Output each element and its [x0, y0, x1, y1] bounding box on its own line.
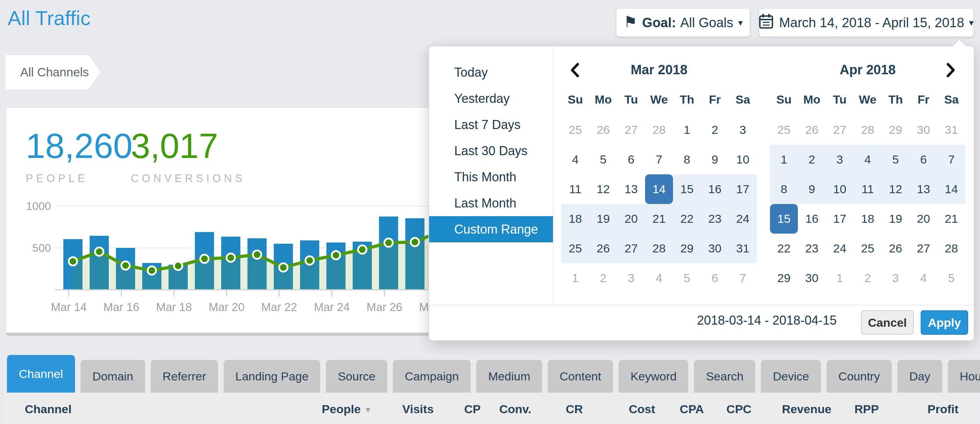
calendar-day[interactable]: 28: [937, 233, 965, 263]
calendar-day[interactable]: 29: [881, 115, 910, 145]
calendar-day[interactable]: 19: [589, 204, 617, 233]
calendar-day[interactable]: 9: [798, 174, 826, 204]
calendar-day[interactable]: 16: [701, 174, 729, 204]
calendar-day[interactable]: 22: [673, 204, 701, 233]
calendar-day[interactable]: 7: [729, 263, 757, 293]
calendar-day[interactable]: 2: [701, 115, 729, 145]
preset-today[interactable]: Today: [429, 59, 553, 86]
tab-content[interactable]: Content: [548, 360, 613, 392]
calendar-day[interactable]: 27: [617, 233, 645, 263]
calendar-day[interactable]: 6: [701, 263, 729, 293]
calendar-day[interactable]: 14: [645, 174, 673, 204]
column-header-cr[interactable]: CR: [566, 402, 582, 416]
calendar-day[interactable]: 6: [617, 145, 645, 174]
apply-button[interactable]: Apply: [921, 310, 968, 335]
calendar-day[interactable]: 9: [701, 145, 729, 174]
calendar-day[interactable]: 11: [562, 174, 589, 204]
calendar-day[interactable]: 20: [617, 204, 645, 233]
tab-channel[interactable]: Channel: [7, 355, 75, 392]
preset-last-month[interactable]: Last Month: [429, 190, 553, 216]
calendar-day[interactable]: 28: [854, 115, 881, 145]
calendar-day[interactable]: 1: [673, 115, 701, 145]
calendar-day[interactable]: 22: [770, 233, 798, 263]
tab-source[interactable]: Source: [326, 360, 387, 392]
preset-custom-range[interactable]: Custom Range: [429, 216, 553, 242]
calendar-day[interactable]: 27: [826, 115, 854, 145]
tab-domain[interactable]: Domain: [81, 360, 145, 392]
calendar-day[interactable]: 3: [617, 263, 645, 293]
column-header-conv[interactable]: Conv.: [499, 402, 531, 416]
calendar-day[interactable]: 14: [937, 174, 965, 204]
calendar-day[interactable]: 7: [937, 145, 965, 174]
calendar-day[interactable]: 30: [798, 263, 826, 293]
calendar-day[interactable]: 18: [562, 204, 589, 233]
calendar-day[interactable]: 29: [673, 233, 701, 263]
calendar-day[interactable]: 4: [645, 263, 673, 293]
calendar-day[interactable]: 2: [589, 263, 617, 293]
tab-day[interactable]: Day: [897, 360, 942, 392]
calendar-day[interactable]: 27: [617, 115, 645, 145]
calendar-day[interactable]: 27: [910, 233, 937, 263]
cancel-button[interactable]: Cancel: [861, 310, 914, 335]
tab-country[interactable]: Country: [826, 360, 892, 392]
calendar-day[interactable]: 4: [562, 145, 589, 174]
calendar-day[interactable]: 18: [854, 204, 881, 233]
tab-campaign[interactable]: Campaign: [393, 360, 471, 392]
calendar-day[interactable]: 8: [770, 174, 798, 204]
calendar-day[interactable]: 30: [910, 115, 937, 145]
calendar-day[interactable]: 24: [826, 233, 854, 263]
column-header-cpc[interactable]: CPC: [726, 402, 751, 416]
calendar-day[interactable]: 20: [910, 204, 937, 233]
tab-search[interactable]: Search: [694, 360, 755, 392]
tab-landing-page[interactable]: Landing Page: [224, 360, 321, 392]
calendar-day[interactable]: 2: [798, 145, 826, 174]
calendar-day[interactable]: 28: [645, 115, 673, 145]
calendar-day[interactable]: 15: [673, 174, 701, 204]
calendar-day[interactable]: 5: [673, 263, 701, 293]
calendar-day[interactable]: 24: [729, 204, 757, 233]
calendar-day[interactable]: 1: [770, 145, 798, 174]
column-header-profit[interactable]: Profit: [928, 402, 959, 416]
calendar-day[interactable]: 30: [701, 233, 729, 263]
calendar-day[interactable]: 3: [729, 115, 757, 145]
calendar-day[interactable]: 13: [910, 174, 937, 204]
preset-last-7-days[interactable]: Last 7 Days: [429, 111, 553, 138]
calendar-day[interactable]: 5: [937, 263, 965, 293]
calendar-day[interactable]: 28: [645, 233, 673, 263]
calendar-day[interactable]: 3: [826, 145, 854, 174]
calendar-day[interactable]: 1: [562, 263, 589, 293]
preset-this-month[interactable]: This Month: [429, 164, 553, 190]
calendar-day[interactable]: 25: [562, 233, 589, 263]
column-header-rpp[interactable]: RPP: [854, 402, 879, 416]
calendar-day[interactable]: 26: [798, 115, 826, 145]
calendar-day[interactable]: 4: [854, 145, 881, 174]
calendar-day[interactable]: 31: [937, 115, 965, 145]
calendar-day[interactable]: 23: [701, 204, 729, 233]
column-header-cost[interactable]: Cost: [629, 402, 655, 416]
calendar-day[interactable]: 12: [881, 174, 910, 204]
calendar-day[interactable]: 5: [881, 145, 910, 174]
column-header-visits[interactable]: Visits: [402, 402, 434, 416]
calendar-day[interactable]: 4: [910, 263, 937, 293]
goal-selector-button[interactable]: ⚑ Goal: All Goals ▾: [616, 9, 750, 37]
calendar-day[interactable]: 12: [589, 174, 617, 204]
calendar-day[interactable]: 25: [562, 115, 589, 145]
calendar-day[interactable]: 3: [881, 263, 910, 293]
calendar-day[interactable]: 26: [589, 233, 617, 263]
tab-keyword[interactable]: Keyword: [619, 360, 688, 392]
calendar-day[interactable]: 17: [729, 174, 757, 204]
calendar-day[interactable]: 5: [589, 145, 617, 174]
calendar-day[interactable]: 19: [881, 204, 910, 233]
preset-last-30-days[interactable]: Last 30 Days: [429, 138, 553, 164]
calendar-day[interactable]: 25: [770, 115, 798, 145]
preset-yesterday[interactable]: Yesterday: [429, 86, 553, 111]
calendar-day[interactable]: 21: [937, 204, 965, 233]
tab-medium[interactable]: Medium: [476, 360, 542, 392]
calendar-day[interactable]: 16: [798, 204, 826, 233]
calendar-day[interactable]: 26: [589, 115, 617, 145]
calendar-day[interactable]: 21: [645, 204, 673, 233]
column-header-cp[interactable]: CP: [464, 402, 480, 416]
tab-hour[interactable]: Hour: [948, 360, 980, 392]
calendar-day[interactable]: 17: [826, 204, 854, 233]
calendar-day[interactable]: 10: [826, 174, 854, 204]
